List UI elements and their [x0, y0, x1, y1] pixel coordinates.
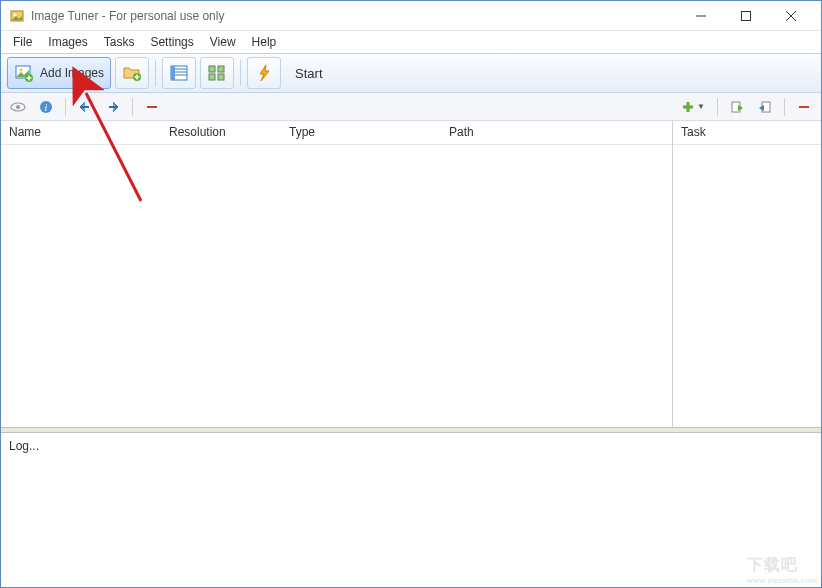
window-controls [678, 2, 813, 30]
rotate-left-button[interactable] [74, 97, 96, 117]
remove-image-button[interactable] [141, 97, 163, 117]
svg-rect-34 [799, 106, 809, 108]
image-list-body[interactable] [1, 145, 672, 427]
watermark-text: 下载吧 [747, 556, 798, 573]
close-button[interactable] [768, 2, 813, 30]
task-list-body[interactable] [673, 145, 821, 427]
add-images-button[interactable]: Add Images [7, 57, 111, 89]
svg-rect-19 [209, 66, 215, 72]
toolbar-separator [717, 98, 718, 116]
menu-file[interactable]: File [5, 33, 40, 51]
image-list-panel: Name Resolution Type Path [1, 121, 673, 427]
svg-rect-3 [741, 11, 750, 20]
list-view-button[interactable] [162, 57, 196, 89]
watermark: 下载吧 www.xiazaiba.com [747, 555, 817, 585]
preview-button[interactable] [7, 97, 29, 117]
log-label: Log... [9, 439, 39, 453]
main-toolbar: Add Images Start [1, 53, 821, 93]
toolbar-separator [155, 60, 156, 86]
main-area: Name Resolution Type Path Task [1, 121, 821, 427]
svg-rect-22 [218, 74, 224, 80]
menu-tasks[interactable]: Tasks [96, 33, 143, 51]
rotate-right-button[interactable] [102, 97, 124, 117]
watermark-url: www.xiazaiba.com [747, 576, 817, 585]
start-button[interactable] [247, 57, 281, 89]
secondary-toolbar: i ▼ [1, 93, 821, 121]
maximize-button[interactable] [723, 2, 768, 30]
column-type[interactable]: Type [281, 121, 441, 144]
start-label: Start [295, 66, 322, 81]
app-icon [9, 8, 25, 24]
toolbar-separator [132, 98, 133, 116]
remove-task-button[interactable] [793, 97, 815, 117]
window-title: Image Tuner - For personal use only [31, 9, 678, 23]
task-headers: Task [673, 121, 821, 145]
svg-rect-21 [209, 74, 215, 80]
titlebar: Image Tuner - For personal use only [1, 1, 821, 31]
svg-point-7 [20, 69, 23, 72]
menu-settings[interactable]: Settings [142, 33, 201, 51]
info-button[interactable]: i [35, 97, 57, 117]
svg-rect-18 [171, 66, 175, 80]
image-list-headers: Name Resolution Type Path [1, 121, 672, 145]
svg-text:i: i [45, 102, 48, 113]
column-task[interactable]: Task [673, 121, 821, 144]
thumbnail-view-button[interactable] [200, 57, 234, 89]
export-tasks-button[interactable] [754, 97, 776, 117]
add-task-button[interactable]: ▼ [677, 97, 709, 117]
column-name[interactable]: Name [1, 121, 161, 144]
toolbar-separator [240, 60, 241, 86]
menu-view[interactable]: View [202, 33, 244, 51]
log-panel: Log... [1, 433, 821, 587]
task-panel: Task [673, 121, 821, 427]
column-resolution[interactable]: Resolution [161, 121, 281, 144]
add-images-label: Add Images [40, 66, 104, 80]
toolbar-separator [65, 98, 66, 116]
menu-images[interactable]: Images [40, 33, 95, 51]
svg-rect-20 [218, 66, 224, 72]
menubar: File Images Tasks Settings View Help [1, 31, 821, 53]
menu-help[interactable]: Help [244, 33, 285, 51]
minimize-button[interactable] [678, 2, 723, 30]
import-tasks-button[interactable] [726, 97, 748, 117]
toolbar-separator [784, 98, 785, 116]
svg-point-24 [16, 105, 20, 109]
svg-rect-29 [147, 106, 157, 108]
add-folder-button[interactable] [115, 57, 149, 89]
column-path[interactable]: Path [441, 121, 672, 144]
